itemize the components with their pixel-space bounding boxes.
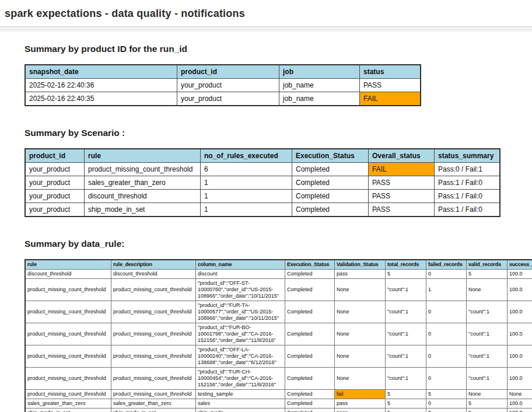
table-cell: 2025-02-16 22:40:36 xyxy=(25,79,177,92)
table-cell: 5 xyxy=(386,399,426,408)
table-cell: "count":1 xyxy=(467,368,508,390)
table-cell: 1 xyxy=(201,190,292,203)
table-cell: 1 xyxy=(426,279,467,301)
table-cell: 100.0 xyxy=(508,345,532,368)
table-row: discount_thresholddiscount_thresholddisc… xyxy=(25,270,532,279)
table-cell: Completed xyxy=(285,279,335,301)
table-cell: product_missing_count_threshold xyxy=(111,301,196,323)
table-cell: Completed xyxy=(292,163,369,176)
table-cell: 100.0 xyxy=(508,408,532,412)
column-header: Overall_status xyxy=(369,149,435,163)
product-summary-table: snapshot_dateproduct_idjobstatus 2025-02… xyxy=(24,64,421,106)
section-data-rule-summary: Summary by data_rule: rulerule_descripti… xyxy=(24,239,532,412)
table-cell: 5 xyxy=(467,399,508,408)
table-cell: product_missing_count_threshold xyxy=(25,323,111,345)
table-cell: "count":1 xyxy=(386,345,426,368)
table-header: product_idruleno_of_rules_executedExecut… xyxy=(25,149,500,163)
column-header: column_name xyxy=(196,260,285,270)
table-cell: 5 xyxy=(386,408,426,412)
table-row: your_productdiscount_threshold1Completed… xyxy=(25,190,500,203)
table-cell: "count":1 xyxy=(467,323,508,345)
table-cell: Completed xyxy=(285,368,335,390)
column-header: total_records xyxy=(386,260,426,270)
column-header: status xyxy=(360,65,421,79)
section-heading-scenario-summary: Summary by Scenario : xyxy=(24,128,532,138)
table-cell: your_product xyxy=(25,203,85,217)
table-cell: Completed xyxy=(285,390,335,399)
table-cell: pass xyxy=(335,408,386,412)
column-header: status_summary xyxy=(435,149,501,163)
table-row: 2025-02-16 22:40:36your_productjob_nameP… xyxy=(25,79,421,92)
table-cell: product_missing_count_threshold xyxy=(111,345,196,368)
table-cell: 100.0 xyxy=(508,368,532,390)
table-row: product_missing_count_thresholdproduct_m… xyxy=(25,368,532,390)
table-row: your_productproduct_missing_count_thresh… xyxy=(25,163,500,176)
column-header: failed_records xyxy=(426,260,467,270)
column-header: job xyxy=(279,65,360,79)
table-cell: Completed xyxy=(292,190,369,203)
table-cell: None xyxy=(335,301,386,323)
table-cell: None xyxy=(335,345,386,368)
table-cell: discount xyxy=(196,270,285,279)
column-header: snapshot_date xyxy=(25,65,177,79)
table-cell: None xyxy=(467,390,508,399)
table-cell: product_missing_count_threshold xyxy=(25,279,111,301)
table-cell: 100.0 xyxy=(508,301,532,323)
table-cell: Pass:1 / Fail:0 xyxy=(435,176,501,190)
table-cell: PASS xyxy=(369,203,435,217)
table-cell: your_product xyxy=(177,79,279,92)
column-header: product_id xyxy=(177,65,279,79)
table-cell: ship_mode_in_set xyxy=(25,408,111,412)
column-header: valid_records xyxy=(467,260,508,270)
header-divider xyxy=(0,26,532,32)
table-row: product_missing_count_thresholdproduct_m… xyxy=(25,279,532,301)
table-cell: product_missing_count_threshold xyxy=(25,390,111,399)
table-cell: Pass:1 / Fail:0 xyxy=(435,190,501,203)
table-row: product_missing_count_thresholdproduct_m… xyxy=(25,323,532,345)
column-header: no_of_rules_executed xyxy=(201,149,292,163)
table-cell: 5 xyxy=(467,270,508,279)
table-cell: "product_id":"FUR-TA-10000577","order_id… xyxy=(196,301,285,323)
table-row: sales_greater_than_zerosales_greater_tha… xyxy=(25,399,532,408)
table-cell: 1 xyxy=(201,203,292,217)
table-cell: Completed xyxy=(285,408,335,412)
table-cell: 100.0 xyxy=(508,399,532,408)
table-row: product_missing_count_thresholdproduct_m… xyxy=(25,301,532,323)
table-cell: fail xyxy=(335,390,386,399)
section-scenario-summary: Summary by Scenario : product_idruleno_o… xyxy=(24,128,532,217)
table-cell: Completed xyxy=(285,323,335,345)
table-cell: 2025-02-16 22:40:35 xyxy=(25,92,177,106)
table-cell: None xyxy=(335,323,386,345)
table-cell: pass xyxy=(335,399,386,408)
table-cell: product_missing_count_threshold xyxy=(85,163,201,176)
table-cell: ship_mode_in_set xyxy=(85,203,201,217)
column-header: rule_description xyxy=(111,260,196,270)
table-cell: 5 xyxy=(467,408,508,412)
table-cell: 0 xyxy=(426,323,467,345)
data-rule-summary-table: rulerule_descriptioncolumn_nameExecution… xyxy=(24,259,532,412)
table-cell: "product_id":"FUR-BO-10001798","order_id… xyxy=(196,323,285,345)
table-cell: Completed xyxy=(285,301,335,323)
column-header: Validation_Status xyxy=(335,260,386,270)
table-cell: product_missing_count_threshold xyxy=(25,301,111,323)
table-cell: discount_threshold xyxy=(25,270,111,279)
table-cell: discount_threshold xyxy=(85,190,201,203)
table-cell: 1 xyxy=(201,176,292,190)
table-cell: "count":1 xyxy=(386,323,426,345)
table-cell: PASS xyxy=(360,79,421,92)
table-cell: product_missing_count_threshold xyxy=(111,368,196,390)
table-cell: product_missing_count_threshold xyxy=(111,279,196,301)
notification-page: spark expectations - data quality - noti… xyxy=(0,0,532,412)
table-cell: Completed xyxy=(285,270,335,279)
table-cell: your_product xyxy=(25,176,85,190)
table-cell: None xyxy=(335,279,386,301)
table-cell: ship_mode xyxy=(196,408,285,412)
table-cell: "count":1 xyxy=(467,345,508,368)
table-cell: Pass:0 / Fail:1 xyxy=(435,163,501,176)
table-cell: 5 xyxy=(426,390,467,399)
table-cell: 0 xyxy=(426,368,467,390)
table-cell: 0 xyxy=(426,408,467,412)
table-cell: "product_id":"FUR-CH-10000454","order_id… xyxy=(196,368,285,390)
table-cell: 0 xyxy=(426,301,467,323)
section-product-summary: Summary by product ID for the run_id sna… xyxy=(24,44,532,106)
